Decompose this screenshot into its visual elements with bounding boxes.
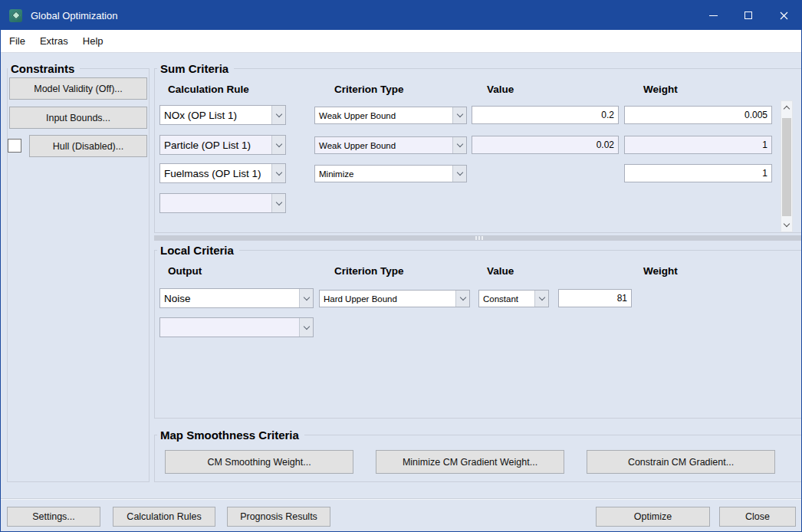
app-window: Global Optimization File Extras Help Con… — [0, 0, 802, 532]
scroll-down-icon — [784, 221, 790, 227]
constraints-title: Constraints — [8, 61, 80, 76]
weight-input[interactable]: 1 — [624, 164, 772, 182]
scroll-down-button[interactable] — [781, 218, 792, 232]
menu-help[interactable]: Help — [76, 31, 110, 51]
maximize-button[interactable] — [731, 1, 766, 30]
settings-button[interactable]: Settings... — [7, 507, 100, 527]
output-value: Noise — [160, 292, 299, 305]
chevron-down-icon[interactable] — [534, 291, 548, 307]
criterion-type-select[interactable]: Weak Upper Bound — [314, 107, 467, 124]
output-select[interactable]: Noise — [159, 288, 314, 308]
menu-file[interactable]: File — [2, 31, 32, 51]
window-controls — [695, 1, 801, 30]
weight-input[interactable]: 0.005 — [624, 106, 772, 124]
sum-header-weight: Weight — [643, 84, 678, 95]
window-title: Global Optimization — [31, 10, 117, 21]
minimize-cm-gradient-weight-button[interactable]: Minimize CM Gradient Weight... — [376, 450, 564, 474]
value-input[interactable]: 0.02 — [472, 136, 619, 154]
calculation-rule-select[interactable]: Particle (OP List 1) — [159, 135, 286, 155]
menu-bar: File Extras Help — [1, 30, 801, 53]
optimize-button[interactable]: Optimize — [596, 507, 710, 527]
prognosis-results-button[interactable]: Prognosis Results — [227, 507, 330, 527]
local-header-weight: Weight — [643, 265, 678, 277]
chevron-down-icon[interactable] — [452, 166, 466, 182]
model-validity-button[interactable]: Model Validity (Off)... — [9, 77, 147, 100]
output-select[interactable] — [159, 317, 314, 337]
weight-input[interactable]: 1 — [624, 136, 772, 154]
close-icon — [780, 11, 788, 20]
main-content: Constraints Model Validity (Off)... Inpu… — [1, 53, 801, 531]
sum-header-calculation-rule: Calculation Rule — [168, 84, 249, 95]
calculation-rules-button[interactable]: Calculation Rules — [113, 507, 215, 527]
chevron-down-icon[interactable] — [271, 136, 285, 154]
criterion-type-value: Minimize — [315, 169, 452, 179]
local-criteria-groupbox: Local Criteria Output Criterion Type Val… — [154, 250, 802, 419]
local-header-output: Output — [168, 265, 202, 277]
horizontal-splitter[interactable] — [154, 235, 802, 241]
scroll-thumb[interactable] — [782, 118, 791, 216]
calculation-rule-value: Fuelmass (OP List 1) — [160, 167, 271, 180]
cm-smoothing-weight-button[interactable]: CM Smoothing Weight... — [165, 450, 353, 474]
sum-criteria-groupbox: Sum Criteria Calculation Rule Criterion … — [154, 68, 802, 233]
app-icon-diamond — [12, 11, 20, 19]
output-value — [160, 327, 299, 328]
app-icon — [9, 9, 22, 22]
vertical-scrollbar[interactable] — [781, 100, 793, 232]
minimize-icon — [709, 15, 718, 16]
local-header-value: Value — [487, 265, 514, 277]
maximize-icon — [744, 11, 752, 19]
scroll-up-button[interactable] — [781, 101, 792, 114]
sum-header-value: Value — [487, 84, 514, 95]
chevron-down-icon[interactable] — [299, 289, 313, 307]
title-bar: Global Optimization — [1, 1, 801, 30]
criterion-type-value: Hard Upper Bound — [320, 294, 455, 304]
scroll-up-icon — [784, 106, 790, 112]
value-type-select[interactable]: Constant — [478, 290, 549, 307]
close-dialog-button[interactable]: Close — [719, 507, 796, 527]
calculation-rule-select[interactable] — [159, 193, 286, 213]
value-input[interactable]: 0.2 — [472, 106, 619, 124]
criterion-type-select[interactable]: Weak Upper Bound — [314, 136, 467, 154]
menu-extras[interactable]: Extras — [33, 31, 75, 51]
criterion-type-select[interactable]: Minimize — [314, 165, 467, 182]
constrain-cm-gradient-button[interactable]: Constrain CM Gradient... — [587, 450, 775, 474]
criterion-type-select[interactable]: Hard Upper Bound — [319, 290, 470, 307]
value-type-value: Constant — [479, 294, 534, 304]
chevron-down-icon[interactable] — [271, 106, 285, 124]
chevron-down-icon[interactable] — [452, 107, 466, 123]
minimize-button[interactable] — [695, 1, 731, 30]
local-header-criterion-type: Criterion Type — [334, 265, 404, 277]
local-criteria-title: Local Criteria — [157, 243, 239, 258]
calculation-rule-value: Particle (OP List 1) — [160, 139, 271, 152]
criterion-type-value: Weak Upper Bound — [315, 140, 452, 151]
map-smoothness-title: Map Smoothness Criteria — [157, 428, 304, 442]
map-smoothness-groupbox: Map Smoothness Criteria CM Smoothing Wei… — [154, 435, 802, 482]
criterion-type-value: Weak Upper Bound — [315, 110, 452, 121]
chevron-down-icon[interactable] — [271, 164, 285, 182]
chevron-down-icon[interactable] — [271, 194, 285, 212]
chevron-down-icon[interactable] — [452, 137, 466, 153]
close-button[interactable] — [766, 1, 801, 30]
value-input[interactable]: 81 — [558, 289, 632, 307]
calculation-rule-select[interactable]: Fuelmass (OP List 1) — [159, 163, 286, 183]
calculation-rule-value: NOx (OP List 1) — [160, 109, 271, 122]
constraints-groupbox: Constraints Model Validity (Off)... Inpu… — [7, 68, 150, 482]
calculation-rule-select[interactable]: NOx (OP List 1) — [159, 105, 286, 125]
sum-header-criterion-type: Criterion Type — [334, 84, 404, 95]
hull-checkbox[interactable] — [8, 139, 21, 153]
splitter-grip-icon — [478, 236, 480, 240]
hull-button[interactable]: Hull (Disabled)... — [29, 135, 147, 157]
footer-separator — [1, 498, 801, 500]
input-bounds-button[interactable]: Input Bounds... — [9, 107, 147, 129]
calculation-rule-value — [160, 202, 271, 204]
sum-criteria-title: Sum Criteria — [157, 61, 234, 76]
chevron-down-icon[interactable] — [455, 291, 469, 307]
chevron-down-icon[interactable] — [299, 318, 313, 337]
